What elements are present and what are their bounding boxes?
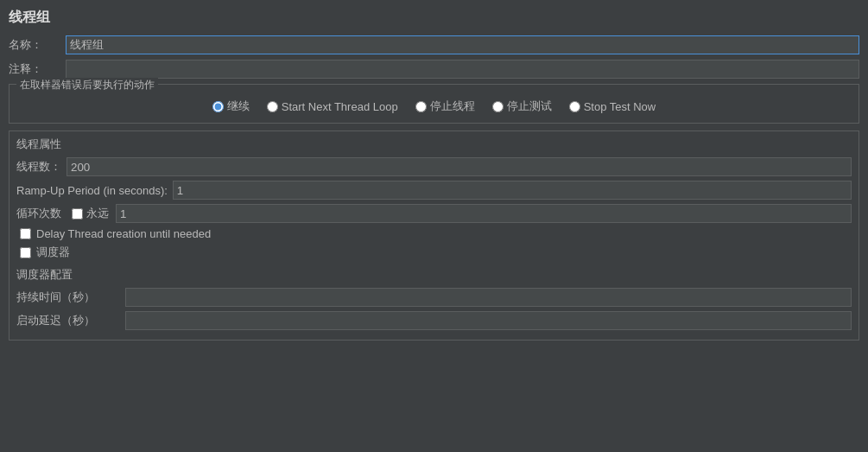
scheduler-checkbox[interactable] [20, 247, 31, 258]
radio-stop-test-label: 停止测试 [507, 99, 552, 114]
delay-thread-row: Delay Thread creation until needed [16, 227, 852, 240]
radio-stop-test-input[interactable] [492, 101, 504, 112]
ramp-up-label: Ramp-Up Period (in seconds): [16, 184, 168, 197]
startup-delay-label: 启动延迟（秒） [16, 313, 120, 328]
forever-checkbox-label[interactable]: 永远 [72, 206, 109, 221]
radio-stop-thread-input[interactable] [415, 101, 427, 112]
loop-count-input[interactable] [116, 204, 852, 223]
sampler-error-legend: 在取样器错误后要执行的动作 [16, 78, 158, 92]
loop-count-row: 循环次数 永远 [16, 204, 852, 223]
radio-next-loop[interactable]: Start Next Thread Loop [267, 100, 398, 113]
radio-continue-label: 继续 [227, 99, 250, 114]
radio-stop-test[interactable]: 停止测试 [492, 99, 552, 114]
radio-stop-test-now-input[interactable] [569, 101, 580, 112]
radio-continue-input[interactable] [212, 101, 224, 112]
scheduler-label: 调度器 [36, 245, 70, 260]
page-title: 线程组 [9, 9, 859, 27]
thread-count-label: 线程数： [16, 159, 61, 175]
comment-row: 注释： [9, 60, 859, 79]
delay-thread-label: Delay Thread creation until needed [36, 227, 211, 240]
ramp-up-input[interactable] [173, 181, 852, 200]
forever-checkbox[interactable] [72, 208, 83, 220]
radio-group: 继续 Start Next Thread Loop 停止线程 停止测试 Stop… [16, 90, 852, 118]
thread-count-row: 线程数： [16, 157, 852, 176]
radio-stop-thread-label: 停止线程 [430, 99, 475, 114]
name-row: 名称： [9, 35, 859, 54]
sampler-error-section: 在取样器错误后要执行的动作 继续 Start Next Thread Loop … [9, 84, 859, 124]
radio-stop-test-now[interactable]: Stop Test Now [569, 100, 656, 113]
radio-continue[interactable]: 继续 [212, 99, 250, 114]
thread-properties-section: 线程属性 线程数： Ramp-Up Period (in seconds): 循… [9, 131, 859, 341]
radio-stop-thread[interactable]: 停止线程 [415, 99, 475, 114]
startup-delay-row: 启动延迟（秒） [16, 311, 852, 330]
delay-thread-checkbox[interactable] [20, 228, 31, 239]
scheduler-config-section: 调度器配置 持续时间（秒） 启动延迟（秒） [16, 267, 852, 330]
radio-stop-test-now-label: Stop Test Now [584, 100, 656, 113]
scheduler-checkbox-row: 调度器 [16, 245, 852, 260]
scheduler-config-title: 调度器配置 [16, 267, 852, 283]
name-label: 名称： [9, 37, 60, 53]
name-input[interactable] [66, 35, 859, 54]
comment-label: 注释： [9, 61, 60, 77]
loop-label: 循环次数 [16, 206, 61, 221]
duration-label: 持续时间（秒） [16, 290, 120, 305]
radio-next-loop-label: Start Next Thread Loop [282, 100, 398, 113]
startup-delay-input[interactable] [125, 311, 852, 330]
radio-next-loop-input[interactable] [267, 101, 278, 112]
comment-input[interactable] [66, 60, 859, 79]
duration-row: 持续时间（秒） [16, 288, 852, 307]
duration-input[interactable] [125, 288, 852, 307]
thread-count-input[interactable] [67, 157, 852, 176]
forever-label: 永远 [86, 206, 109, 221]
thread-properties-title: 线程属性 [16, 137, 852, 152]
ramp-up-row: Ramp-Up Period (in seconds): [16, 181, 852, 200]
